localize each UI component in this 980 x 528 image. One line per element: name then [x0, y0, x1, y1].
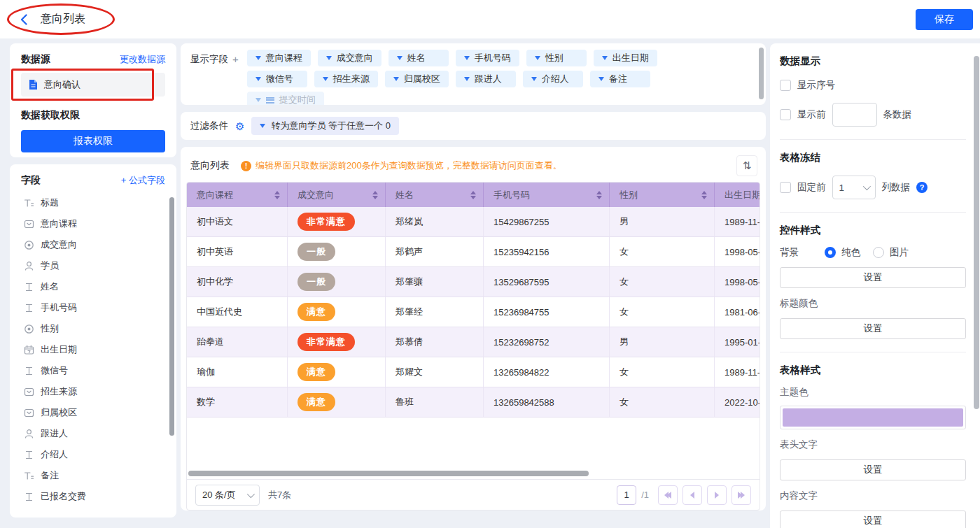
sort-arrows-button[interactable]: ⇅	[736, 155, 757, 176]
image-radio[interactable]	[873, 247, 884, 258]
display-field-tag[interactable]: 跟进人	[456, 71, 516, 87]
table-header-cell[interactable]: 手机号码	[484, 183, 610, 207]
gear-icon[interactable]: ⚙	[235, 121, 244, 131]
field-item[interactable]: 微信号	[21, 360, 165, 381]
filter-condition-tag[interactable]: 转为意向学员 等于任意一个 0	[251, 117, 398, 135]
table-header-cell[interactable]: 性别	[610, 183, 715, 207]
add-formula-field-link[interactable]: + 公式字段	[121, 174, 165, 187]
sort-toggle-icon[interactable]	[372, 191, 378, 199]
page-size-select[interactable]: 20 条/页	[195, 485, 260, 506]
field-item[interactable]: 归属校区	[21, 402, 165, 423]
table-row[interactable]: 初中语文 非常满意 郑绪岚 15429867255 男 1989-11-	[187, 207, 760, 237]
field-item[interactable]: 性别	[21, 318, 165, 339]
page-number-input[interactable]: 1	[617, 485, 636, 505]
display-field-tag[interactable]: 出生日期	[594, 50, 657, 66]
chevron-down-icon	[464, 77, 470, 81]
show-first-checkbox[interactable]	[780, 109, 791, 120]
show-index-checkbox[interactable]	[780, 80, 791, 91]
show-first-count-input[interactable]	[832, 103, 877, 127]
table-row[interactable]: 初中英语 一般 郑鹤声 15235942156 女 1998-05-	[187, 237, 760, 267]
display-field-tag[interactable]: 归属校区	[385, 71, 449, 87]
field-item[interactable]: 姓名	[21, 276, 165, 297]
datasource-item[interactable]: 意向确认	[21, 73, 165, 97]
next-page-button[interactable]	[707, 485, 727, 505]
display-field-tag-disabled[interactable]: 提交时间	[247, 92, 324, 105]
display-field-tag[interactable]: 手机号码	[456, 50, 519, 66]
field-item[interactable]: 标题	[21, 192, 165, 213]
horizontal-scrollbar[interactable]	[188, 471, 589, 476]
back-chevron-left-icon[interactable]	[18, 13, 31, 26]
divider	[780, 352, 966, 352]
sort-toggle-icon[interactable]	[274, 191, 280, 199]
field-item[interactable]: 成交意向	[21, 234, 165, 255]
display-field-tag[interactable]: 微信号	[247, 71, 307, 87]
table-row[interactable]: 初中化学 一般 郑肇骧 13529687595 女 1998-05-	[187, 267, 760, 297]
field-type-icon	[24, 198, 34, 208]
field-label: 学员	[41, 259, 59, 272]
field-item[interactable]: 已报名交费	[21, 486, 165, 507]
display-field-tag[interactable]: 备注	[590, 71, 650, 87]
content-text-set-button[interactable]: 设置	[780, 511, 966, 528]
settings-scrollbar[interactable]	[974, 56, 979, 409]
settings-panel: 数据显示 显示序号 显示前 条数据 表格冻结 固定前 1 列数据	[770, 43, 980, 528]
save-button[interactable]: 保存	[916, 9, 973, 30]
display-field-tag[interactable]: 成交意向	[318, 50, 382, 66]
image-label: 图片	[890, 246, 909, 259]
field-item[interactable]: 手机号码	[21, 297, 165, 318]
field-item[interactable]: 学员	[21, 255, 165, 276]
freeze-checkbox[interactable]	[780, 182, 791, 193]
tag-label: 手机号码	[475, 52, 511, 64]
header-text-set-button[interactable]: 设置	[780, 459, 966, 480]
cell-course: 中国近代史	[187, 297, 288, 327]
sort-toggle-icon[interactable]	[701, 191, 707, 199]
tag-label: 归属校区	[404, 73, 440, 85]
table-header-cell[interactable]: 出生日期	[715, 183, 760, 207]
table-row[interactable]: 数学 满意 鲁班 132659842588 女 2022-10-	[187, 387, 760, 418]
cell-birth: 1998-05-	[715, 267, 760, 297]
first-page-button[interactable]	[658, 485, 678, 505]
last-page-button[interactable]	[732, 485, 751, 505]
field-item[interactable]: 招生来源	[21, 381, 165, 402]
field-item[interactable]: 备注	[21, 465, 165, 486]
table-header-cell[interactable]: 成交意向	[288, 183, 386, 207]
table-header-cell[interactable]: 意向课程	[187, 183, 288, 207]
field-item[interactable]: 跟进人	[21, 423, 165, 444]
table-row[interactable]: 中国近代史 满意 郑肇经 15236984755 女 1981-06-	[187, 297, 760, 327]
solid-color-radio[interactable]	[825, 247, 836, 258]
display-field-tag[interactable]: 性别	[526, 50, 587, 66]
table-header-cell[interactable]: 姓名	[386, 183, 484, 207]
theme-color-swatch[interactable]	[780, 406, 966, 429]
prev-page-button[interactable]	[682, 485, 702, 505]
field-type-icon	[24, 492, 34, 502]
background-set-button[interactable]: 设置	[780, 267, 966, 288]
display-field-tag[interactable]: 姓名	[388, 50, 449, 66]
filter-label: 过滤条件	[190, 120, 228, 132]
display-fields-scrollbar[interactable]	[759, 48, 764, 99]
table-row[interactable]: 跆拳道 非常满意 郑慕倩 15232698752 男 1995-01-	[187, 327, 760, 357]
sort-toggle-icon[interactable]	[596, 191, 602, 199]
fields-scrollbar[interactable]	[169, 197, 174, 436]
change-datasource-link[interactable]: 更改数据源	[120, 53, 165, 66]
table-row[interactable]: 瑜伽 满意 郑耀文 13265984822 女 1989-11-	[187, 357, 760, 387]
title-color-set-button[interactable]: 设置	[780, 318, 966, 339]
field-item[interactable]: 介绍人	[21, 444, 165, 465]
tag-label: 招生来源	[333, 73, 370, 85]
display-field-tag-row: 微信号 招生来源 归属校区	[247, 71, 657, 87]
tag-label: 意向课程	[266, 52, 302, 64]
report-permission-button[interactable]: 报表权限	[21, 130, 165, 152]
field-label: 已报名交费	[41, 490, 86, 503]
display-field-tag[interactable]: 招生来源	[314, 71, 378, 87]
topbar: 意向列表 保存	[0, 0, 980, 38]
display-field-tag[interactable]: 介绍人	[523, 71, 583, 87]
field-item[interactable]: 意向课程	[21, 213, 165, 234]
question-circle-icon[interactable]: ?	[916, 182, 927, 193]
filter-condition-label: 转为意向学员 等于任意一个 0	[271, 120, 390, 132]
sort-toggle-icon[interactable]	[470, 191, 476, 199]
add-display-field-button[interactable]: +	[232, 53, 239, 99]
cell-intent: 满意	[288, 387, 386, 417]
chevron-down-icon	[464, 56, 470, 60]
tag-label: 备注	[609, 73, 627, 85]
display-field-tag[interactable]: 意向课程	[247, 50, 311, 66]
freeze-count-select[interactable]: 1	[832, 176, 876, 199]
field-item[interactable]: 出生日期	[21, 339, 165, 360]
